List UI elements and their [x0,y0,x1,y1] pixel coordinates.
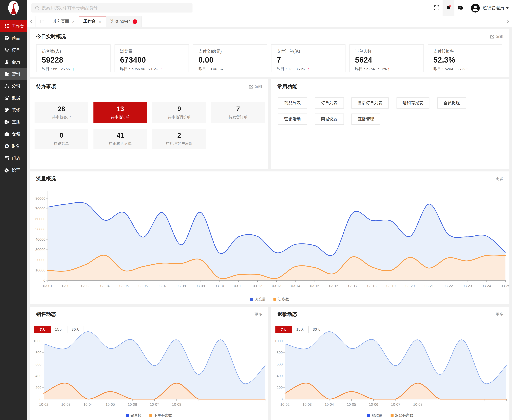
svg-text:0: 0 [39,397,41,401]
svg-text:03-03: 03-03 [81,284,90,288]
legend-item[interactable]: 退款买家数 [390,413,413,418]
settings-gear-icon [4,168,9,173]
brand-logo[interactable] [0,0,27,16]
sidebar-item-label: 直播 [12,119,20,125]
stat-label: 支付金额(元) [198,49,262,54]
more-link[interactable]: 更多 [254,312,262,317]
todo-count: 2 [177,132,181,139]
edit-button[interactable]: 编辑 [249,84,262,90]
marketing-gift-icon [4,72,9,76]
svg-text:40000: 40000 [35,237,45,241]
legend-item[interactable]: 销量额 [126,413,141,418]
todo-tile[interactable]: 0 待退款单 [35,129,88,149]
page-tab[interactable]: 其它页面 × [48,16,79,27]
todo-count: 41 [117,132,124,139]
legend-swatch-icon [273,298,276,301]
stat-label: 支付订单(笔) [277,49,340,54]
svg-text:10-04: 10-04 [83,402,93,406]
more-link[interactable]: 更多 [496,176,504,182]
quick-function-button[interactable]: 商城设置 [315,113,344,125]
legend-item[interactable]: 下单买家数 [149,413,172,418]
quick-function-button[interactable]: 会员提现 [437,97,466,109]
edit-button[interactable]: 编辑 [490,34,504,39]
tabs-scroll-left-icon[interactable] [27,16,36,27]
stat-value: 5624 [355,56,418,65]
legend-item[interactable]: 退款额 [367,413,383,418]
sidebar-item[interactable]: 订单 [0,44,27,56]
sidebar-item[interactable]: 仓储 [0,128,27,140]
todo-count: 9 [177,105,181,113]
svg-text:03-12: 03-12 [253,284,262,288]
quick-function-button[interactable]: 商品列表 [278,97,307,109]
svg-text:10-03: 10-03 [302,402,312,406]
notifications-button[interactable] [443,0,454,16]
bell-icon [445,5,451,11]
sidebar-item[interactable]: 营销 [0,68,27,80]
sidebar-item-label: 订单 [12,47,20,53]
stat-yesterday: 昨日：0.00 -- [198,67,262,71]
todo-tile[interactable]: 13 待审核订单 [93,102,147,123]
sidebar-item[interactable]: ¥ 财务 [0,140,27,152]
panel-today-overview: 今日实时概况 编辑 访客数(人) 59228 昨日：56 25.5% [30,29,509,77]
sidebar-item-label: 仓储 [12,131,20,137]
tab-home[interactable] [36,16,48,27]
quick-function-button[interactable]: 营销活动 [278,113,307,125]
todo-label: 待审核订单 [111,115,130,120]
trend-arrow-icon [160,67,162,71]
sidebar-item[interactable]: 工作台 [0,20,27,32]
search-input[interactable]: 搜索系统功能/订单号/商品货号 [31,3,192,13]
user-name: 超级管理员 [483,5,504,11]
svg-text:10-02: 10-02 [280,402,289,406]
user-menu[interactable]: 超级管理员 [471,3,509,12]
trend-arrow-icon [72,67,74,71]
todo-tile[interactable]: 2 待处理客户反馈 [152,129,206,149]
todo-tile[interactable]: 9 待审核调价单 [152,102,206,123]
edit-pencil-icon [490,35,494,39]
sidebar-item[interactable]: 直播 [0,116,27,128]
more-link[interactable]: 更多 [496,312,504,317]
todo-tile[interactable]: 41 待审核售后单 [93,129,147,149]
tabs-scroll-right-icon[interactable] [504,16,512,27]
page-tab[interactable]: 工作台 × [79,16,106,27]
svg-text:0: 0 [281,397,283,401]
top-bar: 搜索系统功能/订单号/商品货号 [0,0,512,16]
sidebar-item-label: 财务 [12,143,20,149]
sidebar-item[interactable]: 商品 [0,32,27,44]
svg-text:10-06: 10-06 [128,402,137,406]
sidebar-item[interactable]: 装修 [0,104,27,116]
sidebar-item-label: 数据 [12,95,20,101]
stat-yesterday: 昨日：56 25.5% [42,67,105,71]
todo-tile[interactable]: 7 待发货订单 [211,102,265,123]
sidebar-item[interactable]: 分销 [0,80,27,92]
todo-tile[interactable]: 28 待审核客户 [35,102,88,123]
sidebar-item-label: 工作台 [12,23,24,29]
sidebar-item[interactable]: 会员 [0,56,27,68]
svg-text:10000: 10000 [35,268,45,272]
close-icon[interactable]: × [133,19,137,24]
quick-function-button[interactable]: 进销存报表 [396,97,429,109]
legend-item[interactable]: 浏览量 [250,297,266,302]
legend-label: 访客数 [278,297,289,302]
quick-function-button[interactable]: 订单列表 [315,97,344,109]
quick-function-button[interactable]: 售后订单列表 [352,97,389,109]
messages-button[interactable] [454,0,466,16]
svg-text:10-02: 10-02 [39,402,48,406]
close-icon[interactable]: × [99,19,101,24]
sidebar-item[interactable]: 门店 [0,152,27,164]
todo-count: 7 [236,105,240,113]
sidebar-item[interactable]: 设置 [0,164,27,176]
svg-text:03-15: 03-15 [310,284,319,288]
svg-text:10-08: 10-08 [172,402,181,406]
chart-legend: 浏览量访客数 [30,297,509,302]
legend-item[interactable]: 访客数 [273,297,289,302]
live-video-icon [4,120,9,125]
quick-function-button[interactable]: 直播管理 [352,113,380,125]
fullscreen-button[interactable] [431,0,443,16]
legend-label: 浏览量 [255,297,265,302]
sidebar-item[interactable]: 数据 [0,92,27,104]
close-icon[interactable]: × [72,19,75,24]
page-tabs: 其它页面 × 工作台 × 选项:hover × [48,16,142,27]
page-tab[interactable]: 选项:hover × [106,16,142,27]
trend-arrow-icon [388,67,390,71]
stat-value: 52.3% [433,56,497,65]
